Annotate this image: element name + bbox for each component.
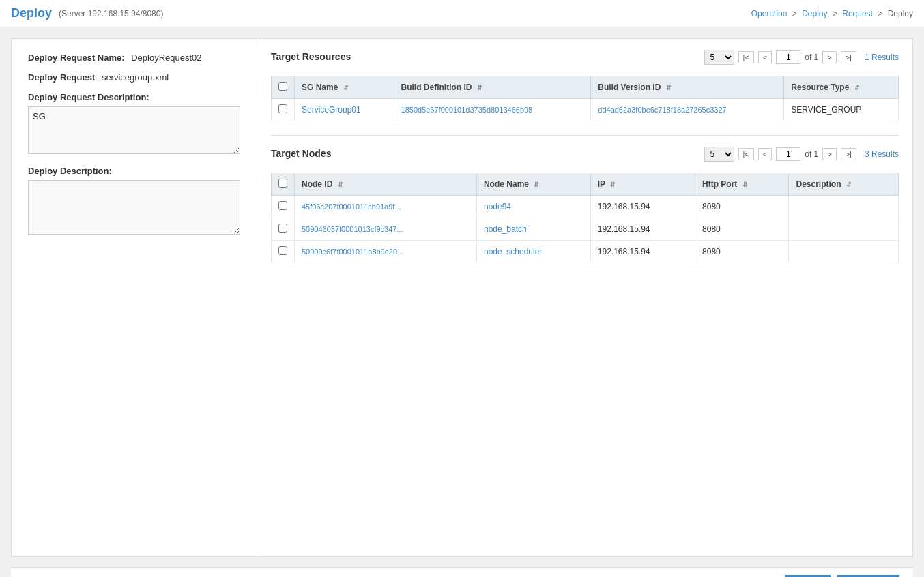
nodes-row-node-id[interactable]: 50909c6f7f0001011a8b9e20...	[295, 241, 477, 263]
request-sg-row: Deploy Request servicegroup.xml	[28, 72, 240, 83]
resources-last-page-btn[interactable]: >|	[841, 51, 856, 63]
resources-results-badge: 1 Results	[865, 53, 899, 62]
request-name-label: Deploy Request Name:	[28, 53, 125, 63]
breadcrumb-deploy[interactable]: Deploy	[802, 9, 827, 18]
nodes-header-checkbox	[272, 173, 295, 196]
nodes-col-node-name: Node Name ⇵	[476, 173, 590, 196]
main-content: Deploy Request Name: DeployRequest02 Dep…	[11, 38, 913, 557]
nodes-next-page-btn[interactable]: >	[822, 148, 836, 160]
section-divider	[271, 135, 899, 136]
nodes-row-http-port: 8080	[695, 218, 789, 241]
request-sg-value: servicegroup.xml	[102, 72, 169, 83]
request-desc-textarea[interactable]: SG	[28, 106, 240, 154]
resources-col-resource-type: Resource Type ⇵	[784, 76, 899, 99]
nodes-row-ip: 192.168.15.94	[590, 218, 695, 241]
nodes-col-node-id: Node ID ⇵	[295, 173, 477, 196]
nodes-table-row: 45f06c207f0001011cb91a9f... node94 192.1…	[272, 196, 899, 218]
nodes-row-http-port: 8080	[695, 196, 789, 218]
nodes-row-checkbox-cell	[272, 218, 295, 241]
resources-col-build-def-id: Build Definition ID ⇵	[394, 76, 591, 99]
nodes-select-all-checkbox[interactable]	[278, 179, 287, 188]
resources-table: SG Name ⇵ Build Definition ID ⇵ Build Ve…	[271, 76, 899, 121]
nodes-page-of: of 1	[805, 149, 818, 159]
nodes-row-checkbox-2[interactable]	[278, 246, 287, 255]
nodes-results-badge: 3 Results	[865, 149, 899, 159]
nodes-table-row: 50909c6f7f0001011a8b9e20... node_schedul…	[272, 241, 899, 263]
resources-col-build-ver-id: Build Version ID ⇵	[591, 76, 784, 99]
resources-pagination: 5 10 20 50 |< < of 1 > >| 1 Results	[704, 50, 899, 65]
request-desc-row: Deploy Request Description: SG	[28, 92, 240, 156]
nodes-row-description	[789, 218, 899, 241]
nodes-row-node-id[interactable]: 509046037f0001013cf9c347...	[295, 218, 477, 241]
nodes-row-http-port: 8080	[695, 241, 789, 263]
nodes-row-checkbox-1[interactable]	[278, 224, 287, 233]
resources-header-checkbox	[272, 76, 295, 99]
nodes-row-description	[789, 241, 899, 263]
resources-select-all-checkbox[interactable]	[278, 82, 287, 91]
nodes-table: Node ID ⇵ Node Name ⇵ IP ⇵ Http Port ⇵ D…	[271, 173, 899, 263]
breadcrumb-current: Deploy	[888, 9, 913, 18]
nodes-row-description	[789, 196, 899, 218]
nodes-col-http-port: Http Port ⇵	[695, 173, 789, 196]
resources-row-checkbox-cell	[272, 99, 295, 121]
target-nodes-title: Target Nodes	[271, 148, 331, 159]
resources-page-of: of 1	[805, 53, 818, 62]
nodes-row-node-id[interactable]: 45f06c207f0001011cb91a9f...	[295, 196, 477, 218]
nodes-row-node-name[interactable]: node94	[476, 196, 590, 218]
footer-bar: OK Cancel	[11, 567, 913, 577]
page-title: Deploy	[11, 6, 52, 20]
nodes-last-page-btn[interactable]: >|	[841, 148, 856, 160]
resources-row-sg-name[interactable]: ServiceGroup01	[295, 99, 394, 121]
nodes-row-node-name[interactable]: node_batch	[476, 218, 590, 241]
breadcrumb-request[interactable]: Request	[842, 9, 873, 18]
resources-row-build-ver-id[interactable]: dd4ad62a3f0be6c718f18a27265c3327	[591, 99, 784, 121]
resources-row-resource-type: SERVICE_GROUP	[784, 99, 899, 121]
request-sg-label: Deploy Request	[28, 72, 95, 83]
top-bar: Deploy (Server 192.168.15.94/8080) Opera…	[0, 0, 924, 27]
right-panel: Target Resources 5 10 20 50 |< < of 1 > …	[257, 39, 912, 556]
nodes-row-checkbox-0[interactable]	[278, 201, 287, 210]
nodes-row-node-name[interactable]: node_scheduler	[476, 241, 590, 263]
deploy-desc-label: Deploy Description:	[28, 166, 240, 176]
nodes-pagination: 5 10 20 50 |< < of 1 > >| 3 Results	[704, 147, 899, 162]
server-info: (Server 192.168.15.94/8080)	[59, 9, 163, 18]
target-resources-title: Target Resources	[271, 51, 351, 62]
nodes-row-checkbox-cell	[272, 241, 295, 263]
request-name-value: DeployRequest02	[131, 53, 201, 63]
nodes-row-checkbox-cell	[272, 196, 295, 218]
resources-row-build-def-id[interactable]: 1850d5e67f000101d3735d8013466b98	[394, 99, 591, 121]
resources-prev-page-btn[interactable]: <	[758, 51, 772, 63]
resources-row-checkbox-0[interactable]	[278, 104, 287, 113]
left-panel: Deploy Request Name: DeployRequest02 Dep…	[12, 39, 257, 556]
nodes-col-ip: IP ⇵	[590, 173, 695, 196]
resources-first-page-btn[interactable]: |<	[738, 51, 754, 63]
target-resources-section: Target Resources 5 10 20 50 |< < of 1 > …	[271, 50, 899, 121]
nodes-page-input[interactable]	[776, 147, 800, 161]
resources-page-input[interactable]	[776, 50, 800, 64]
nodes-page-size-select[interactable]: 5 10 20 50	[704, 147, 734, 162]
deploy-desc-row: Deploy Description:	[28, 166, 240, 237]
request-name-row: Deploy Request Name: DeployRequest02	[28, 53, 240, 63]
nodes-table-row: 509046037f0001013cf9c347... node_batch 1…	[272, 218, 899, 241]
nodes-col-description: Description ⇵	[789, 173, 899, 196]
resources-table-row: ServiceGroup01 1850d5e67f000101d3735d801…	[272, 99, 899, 121]
resources-col-sg-name: SG Name ⇵	[295, 76, 394, 99]
nodes-row-ip: 192.168.15.94	[590, 196, 695, 218]
resources-page-size-select[interactable]: 5 10 20 50	[704, 50, 734, 65]
request-desc-label: Deploy Request Description:	[28, 92, 240, 102]
nodes-row-ip: 192.168.15.94	[590, 241, 695, 263]
nodes-prev-page-btn[interactable]: <	[758, 148, 772, 160]
nodes-first-page-btn[interactable]: |<	[738, 148, 754, 160]
breadcrumb-operation[interactable]: Operation	[751, 9, 788, 18]
deploy-desc-textarea[interactable]	[28, 180, 240, 235]
resources-next-page-btn[interactable]: >	[822, 51, 836, 63]
target-nodes-section: Target Nodes 5 10 20 50 |< < of 1 > >| 3…	[271, 147, 899, 263]
breadcrumb: Operation > Deploy > Request > Deploy	[751, 9, 913, 18]
